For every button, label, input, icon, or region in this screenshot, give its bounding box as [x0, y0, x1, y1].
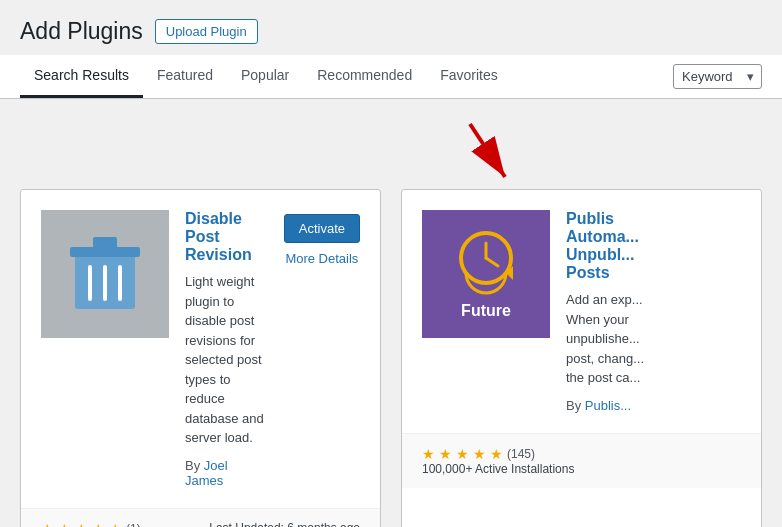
- footer-cols-1: ★ ★ ★ ★ ★ (1) 3,000+ Active Installation…: [41, 521, 360, 528]
- tab-recommended[interactable]: Recommended: [303, 55, 426, 98]
- last-updated-value-1: 6 months ago: [287, 521, 360, 528]
- future-clock-icon: [451, 228, 521, 298]
- plugin-card-body-1: Disable Post Revision Light weight plugi…: [21, 190, 380, 508]
- active-installs-2: 100,000+ Active Installations: [422, 462, 574, 476]
- star-2: ★: [58, 521, 71, 528]
- svg-line-1: [470, 124, 505, 177]
- tab-featured[interactable]: Featured: [143, 55, 227, 98]
- upload-plugin-button[interactable]: Upload Plugin: [155, 19, 258, 44]
- main-content: Disable Post Revision Light weight plugi…: [0, 99, 782, 527]
- star2-4: ★: [473, 446, 486, 462]
- stars-row-1: ★ ★ ★ ★ ★ (1): [41, 521, 166, 528]
- red-arrow-icon: [450, 119, 530, 189]
- plugin-name-1: Disable Post Revision: [185, 210, 268, 264]
- star-1: ★: [41, 521, 54, 528]
- plugin-card-footer-2: ★ ★ ★ ★ ★ (145) 100,000+ Active Installa…: [402, 433, 761, 488]
- plugin-card-1: Disable Post Revision Light weight plugi…: [20, 189, 381, 527]
- rating-count-1: (1): [126, 522, 141, 528]
- tab-popular[interactable]: Popular: [227, 55, 303, 98]
- plugin-author-2: By Publis...: [566, 398, 741, 413]
- tabs-list: Search Results Featured Popular Recommen…: [20, 55, 512, 98]
- plugin-author-link-2[interactable]: Publis...: [585, 398, 631, 413]
- activate-button-1[interactable]: Activate: [284, 214, 360, 243]
- plugin-card-footer-1: ★ ★ ★ ★ ★ (1) 3,000+ Active Installation…: [21, 508, 380, 528]
- last-updated-1: Last Updated: 6 months ago: [166, 521, 360, 528]
- plugin-actions-1: Activate More Details: [284, 210, 360, 488]
- plugin-description-2: Add an exp...When yourunpublishe...post,…: [566, 290, 741, 388]
- svg-line-10: [486, 258, 498, 266]
- future-label: Future: [461, 302, 511, 320]
- stars-row-2: ★ ★ ★ ★ ★ (145): [422, 446, 574, 462]
- plugin-name-2: PublisAutoma...Unpubl...Posts: [566, 210, 741, 282]
- plugin-author-link-1[interactable]: Joel James: [185, 458, 228, 488]
- tab-favorites[interactable]: Favorites: [426, 55, 512, 98]
- plugin-thumbnail-1: [41, 210, 169, 338]
- trash-can-icon: [65, 229, 145, 319]
- plugin-thumbnail-2: Future: [422, 210, 550, 338]
- star-3: ★: [75, 521, 88, 528]
- rating-count-2: (145): [507, 447, 535, 461]
- plugin-info-2: PublisAutoma...Unpubl...Posts Add an exp…: [566, 210, 741, 413]
- footer-left-2: ★ ★ ★ ★ ★ (145) 100,000+ Active Installa…: [422, 446, 574, 476]
- page-header: Add Plugins Upload Plugin: [0, 0, 782, 55]
- plugin-info-1: Disable Post Revision Light weight plugi…: [185, 210, 268, 488]
- more-details-link-1[interactable]: More Details: [285, 251, 358, 266]
- star2-2: ★: [439, 446, 452, 462]
- last-updated-label-1: Last Updated:: [209, 521, 284, 528]
- star2-3: ★: [456, 446, 469, 462]
- star2-5: ★: [490, 446, 503, 462]
- star-5: ★: [109, 521, 122, 528]
- tabs-bar: Search Results Featured Popular Recommen…: [0, 55, 782, 99]
- star-4: ★: [92, 521, 105, 528]
- footer-left-1: ★ ★ ★ ★ ★ (1) 3,000+ Active Installation…: [41, 521, 166, 528]
- footer-right-1: Last Updated: 6 months ago Untested with…: [166, 521, 360, 528]
- plugins-grid: Disable Post Revision Light weight plugi…: [20, 189, 762, 527]
- plugin-card-body-2: Future PublisAutoma...Unpubl...Posts Add…: [402, 190, 761, 433]
- star2-1: ★: [422, 446, 435, 462]
- arrow-annotation: [20, 119, 762, 189]
- svg-rect-4: [93, 237, 117, 249]
- footer-cols-2: ★ ★ ★ ★ ★ (145) 100,000+ Active Installa…: [422, 446, 741, 476]
- tab-search-results[interactable]: Search Results: [20, 55, 143, 98]
- plugin-author-1: By Joel James: [185, 458, 268, 488]
- plugin-description-1: Light weight plugin to disable post revi…: [185, 272, 268, 448]
- filter-dropdown[interactable]: Keyword Author Tag: [673, 64, 762, 89]
- page-title: Add Plugins: [20, 18, 143, 45]
- filter-dropdown-wrapper[interactable]: Keyword Author Tag: [673, 64, 762, 89]
- plugin-card-2: Future PublisAutoma...Unpubl...Posts Add…: [401, 189, 762, 527]
